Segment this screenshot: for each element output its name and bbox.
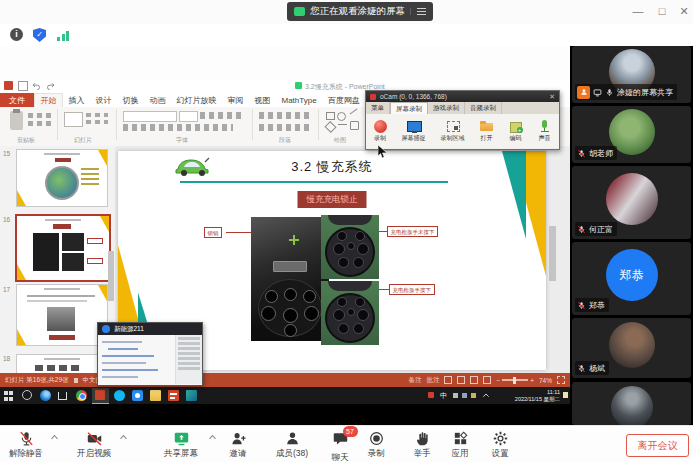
save-icon[interactable]: [18, 81, 28, 91]
participant-tile-partial[interactable]: [572, 382, 691, 425]
participant-tile[interactable]: 何正富: [572, 166, 691, 239]
chat-popup-window[interactable]: 新能源211: [97, 322, 203, 386]
font-size-box[interactable]: [179, 111, 198, 122]
slide-thumbnail-15[interactable]: [16, 149, 108, 207]
paste-button[interactable]: [10, 111, 23, 130]
slide-title: 3.2 慢充系统: [118, 158, 546, 176]
tab-slideshow[interactable]: 幻灯片放映: [171, 93, 222, 107]
font-name-box[interactable]: [123, 111, 177, 122]
settings-button[interactable]: 设置: [478, 430, 522, 460]
share-screen-icon: [173, 430, 190, 447]
tab-file[interactable]: 文件: [0, 93, 34, 107]
qq-icon[interactable]: [114, 390, 125, 401]
info-icon[interactable]: i: [10, 28, 23, 41]
unmute-button[interactable]: 解除静音: [4, 430, 48, 460]
powerpoint-taskbar-active[interactable]: [92, 388, 109, 405]
tab-home[interactable]: 开始: [34, 93, 63, 107]
zoom-percent[interactable]: 74%: [539, 377, 552, 384]
members-button[interactable]: 成员(38): [266, 430, 318, 460]
leave-meeting-button[interactable]: 离开会议: [626, 434, 689, 457]
ppt-logo-icon: [4, 81, 13, 90]
participant-tile[interactable]: 郑恭 郑恭: [572, 242, 691, 315]
meeting-app-icon[interactable]: [132, 390, 143, 401]
ocam-codec-button[interactable]: + 编码: [509, 120, 523, 143]
chat-button[interactable]: 57 聊天: [320, 430, 360, 462]
tab-transitions[interactable]: 切换: [117, 93, 144, 107]
slide-thumbnail-16-selected[interactable]: [15, 214, 111, 282]
shape-diamond-icon[interactable]: [324, 121, 336, 133]
shape-square-icon[interactable]: [350, 121, 359, 130]
tray-expand-chevron[interactable]: [482, 392, 490, 398]
store-icon[interactable]: [58, 392, 67, 400]
ocam-tab-audio[interactable]: 音频录制: [465, 102, 502, 114]
ocam-close-icon[interactable]: ✕: [549, 93, 555, 101]
ocam-tab-screen[interactable]: 屏幕录制: [390, 102, 428, 114]
task-view-icon[interactable]: [22, 390, 32, 400]
participant-tile[interactable]: 胡老师: [572, 106, 691, 163]
slide-sorter-icon[interactable]: [457, 376, 465, 384]
close-button[interactable]: ✕: [674, 3, 693, 19]
taskbar-clock[interactable]: 11:11 2022/11/15 星期二: [498, 389, 560, 403]
chat-popup-header[interactable]: 新能源211: [98, 323, 202, 335]
ocam-sound-button[interactable]: 声音: [538, 120, 552, 143]
photos-icon[interactable]: [186, 390, 197, 401]
chevron-up-icon[interactable]: [119, 434, 128, 440]
ocam-open-button[interactable]: 打开: [480, 120, 494, 143]
participant-tile-sharer[interactable]: 涂婕的屏幕共享: [572, 46, 691, 103]
chevron-up-icon[interactable]: [208, 434, 217, 440]
status-notes[interactable]: 备注: [408, 376, 421, 385]
tab-design[interactable]: 设计: [90, 93, 117, 107]
maximize-button[interactable]: □: [652, 3, 672, 19]
ocam-region-button[interactable]: 录制区域: [441, 120, 465, 143]
file-explorer-icon[interactable]: [150, 390, 161, 401]
redo-icon[interactable]: [46, 81, 55, 90]
zoom-slider[interactable]: −+: [496, 377, 534, 384]
ocam-capture-button[interactable]: 屏幕捕捉: [402, 120, 426, 143]
edge-icon[interactable]: [40, 390, 51, 401]
start-button[interactable]: [4, 390, 15, 402]
participant-tile[interactable]: 杨斌: [572, 318, 691, 378]
apps-grid-icon: [452, 430, 469, 447]
tab-review[interactable]: 审阅: [222, 93, 249, 107]
banner-menu-icon[interactable]: [410, 8, 426, 15]
notification-icon[interactable]: [563, 392, 568, 398]
record-button[interactable]: 录制: [356, 430, 396, 460]
security-shield-icon[interactable]: ✓: [33, 28, 46, 42]
chrome-icon[interactable]: [76, 390, 87, 401]
ocam-titlebar[interactable]: oCam (0, 0, 1366, 768) ✕: [366, 91, 559, 102]
chat-member-list[interactable]: [175, 335, 202, 384]
tab-mathtype[interactable]: MathType: [276, 93, 322, 107]
apps-button[interactable]: 应用: [438, 430, 482, 460]
slide-scrollbar[interactable]: [549, 226, 556, 281]
panel-scrollbar[interactable]: [108, 251, 114, 301]
fit-window-icon[interactable]: [557, 376, 565, 384]
ppt-file-icon[interactable]: [168, 390, 179, 401]
chevron-up-icon[interactable]: [50, 434, 59, 440]
reading-view-icon[interactable]: [470, 376, 478, 384]
invite-button[interactable]: 邀请: [218, 430, 258, 460]
shape-arrow-icon[interactable]: [338, 124, 347, 125]
new-slide-button[interactable]: [64, 112, 83, 127]
slide-thumbnail-17[interactable]: [16, 284, 108, 346]
tab-baidu-netdisk[interactable]: 百度网盘: [322, 93, 365, 107]
normal-view-icon[interactable]: [444, 376, 452, 384]
minimize-button[interactable]: —: [628, 3, 648, 19]
ocam-app-icon: [370, 94, 376, 100]
tab-insert[interactable]: 插入: [63, 93, 90, 107]
ocam-tab-game[interactable]: 游戏录制: [428, 102, 465, 114]
ocam-record-button[interactable]: 录制: [374, 120, 387, 143]
slide-thumbnail-18[interactable]: [16, 354, 108, 374]
shape-rect-icon[interactable]: [326, 112, 335, 120]
ime-indicator[interactable]: 中: [440, 391, 447, 401]
slideshow-icon[interactable]: [483, 376, 491, 384]
ocam-tab-menu[interactable]: 菜单: [366, 102, 390, 114]
start-video-button[interactable]: 开启视频: [72, 430, 116, 460]
mic-muted-icon: [577, 225, 586, 234]
tab-animations[interactable]: 动画: [144, 93, 171, 107]
share-screen-button[interactable]: 共享屏幕: [158, 430, 204, 460]
shape-ellipse-icon[interactable]: [337, 112, 346, 121]
shape-line-icon[interactable]: [350, 109, 358, 115]
undo-icon[interactable]: [32, 81, 41, 90]
tab-view[interactable]: 视图: [249, 93, 276, 107]
status-comments[interactable]: 批注: [426, 376, 439, 385]
